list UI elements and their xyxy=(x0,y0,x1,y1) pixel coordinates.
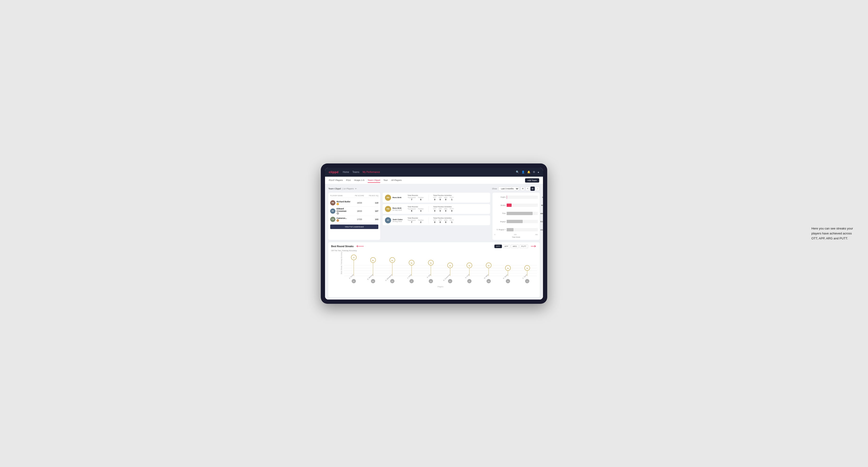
activities-group-3: Total Practice Activities OTT 0 APP 0 xyxy=(433,217,454,223)
practice-value-2: 4 xyxy=(418,210,423,212)
metric-tab-arg[interactable]: ARG xyxy=(511,245,519,248)
bar-row-eagles: Eagles3 xyxy=(494,195,538,200)
nav-teams[interactable]: Teams xyxy=(352,170,359,174)
detail-view-icon[interactable]: ▤ xyxy=(530,187,535,191)
subnav-pgat[interactable]: PGAT Players xyxy=(329,178,343,183)
player-info-3: CA Cameron... 3 xyxy=(330,217,352,222)
practice-value-3: 2 xyxy=(418,221,423,223)
svg-text:R. Butler: R. Butler xyxy=(503,274,508,279)
list-view-icon[interactable]: ≡ xyxy=(526,187,530,191)
svg-text:4x: 4x xyxy=(468,265,470,267)
player-name-1: Richard Butler xyxy=(337,200,350,203)
svg-text:JC: JC xyxy=(411,281,412,282)
putt-label-1: PUTT xyxy=(450,197,454,198)
svg-text:D. Ford: D. Ford xyxy=(465,274,470,279)
ott-stat-3: OTT 0 xyxy=(433,219,436,223)
svg-text:6x: 6x xyxy=(391,259,393,261)
activities-label-3: Total Practice Activities xyxy=(433,217,454,219)
activities-row-1: OTT 0 APP 0 ARG 0 xyxy=(433,197,454,201)
leaderboard-panel: PLAYER NAME PB SCORE PB AVG SQ RB Richar… xyxy=(328,193,380,240)
score-2: 18/20 xyxy=(352,210,367,212)
ott-value-1: 0 xyxy=(433,198,436,201)
putt-value-1: 1 xyxy=(450,198,454,201)
bell-icon[interactable]: 🔔 xyxy=(527,170,530,174)
player-count: | 14 Players xyxy=(342,187,354,190)
bar-value-label: 131 xyxy=(540,229,543,230)
subnav-hcaps[interactable]: Hcaps 1-5 xyxy=(354,178,364,183)
grid-view-icon[interactable]: ⊞ xyxy=(521,187,525,191)
activities-group-2: Total Practice Activities OTT 0 APP 0 xyxy=(433,206,454,212)
search-icon[interactable]: 🔍 xyxy=(516,170,519,174)
putt-value-3: 1 xyxy=(450,221,454,223)
avatar-2: EC xyxy=(330,209,335,214)
view-leaderboard-button[interactable]: View Full Leaderboard xyxy=(330,224,378,229)
bar-value-label: 499 xyxy=(540,213,543,214)
add-team-button[interactable]: Add Team xyxy=(525,178,539,183)
col-player: PLAYER NAME xyxy=(330,195,352,197)
activities-row-2: OTT 0 APP 0 ARG 0 xyxy=(433,208,454,212)
svg-text:CQ: CQ xyxy=(526,281,528,282)
subnav-team-clippd[interactable]: Team Clippd xyxy=(368,178,380,183)
bar-chart: Eagles3Birdies96Pars499Bogeys311D. Bogey… xyxy=(494,195,538,232)
bar-label: Pars xyxy=(494,213,506,214)
ott-label-1: OTT xyxy=(433,197,436,198)
score-1: 19/20 xyxy=(352,201,367,204)
card-stats-2: Total Rounds Tournament 8 Practice 4 xyxy=(408,206,454,212)
svg-text:RB: RB xyxy=(430,281,432,282)
avatar-icon[interactable]: ● xyxy=(537,171,539,174)
chart-x-200: 200 xyxy=(514,234,517,236)
activities-label-1: Total Practice Activities xyxy=(433,195,454,196)
bar-track: 3 xyxy=(507,195,538,199)
rounds-row-3: Tournament 7 Practice 2 xyxy=(408,219,424,223)
bar-value-label: 96 xyxy=(541,205,543,206)
team-name: Team Clippd xyxy=(328,187,341,190)
leaderboard-header: PLAYER NAME PB SCORE PB AVG SQ xyxy=(330,195,378,198)
avg-2: 107 xyxy=(367,210,378,212)
ott-label-2: OTT xyxy=(433,208,436,210)
player-badge-1: 1 xyxy=(337,203,350,205)
card-avatar-josh: JC xyxy=(385,217,391,223)
period-select[interactable]: Last 3 months xyxy=(498,187,519,191)
subnav-tour[interactable]: Tour xyxy=(383,178,388,183)
arg-value-2: 0 xyxy=(444,210,447,212)
activities-row-3: OTT 0 APP 0 ARG 0 xyxy=(433,219,454,223)
bar-fill xyxy=(507,228,514,231)
bar-track: 499 xyxy=(507,212,538,215)
practice-stat-3: Practice 2 xyxy=(418,219,423,223)
compact-view-icon[interactable]: ↕ xyxy=(535,187,540,191)
bar-fill xyxy=(507,204,512,207)
user-icon[interactable]: 👤 xyxy=(522,170,525,174)
team-controls: Show Last 3 months ⊞ ≡ ▤ ↕ xyxy=(492,187,540,191)
player-name-block-1: Richard Butler 1 xyxy=(337,200,350,205)
rounds-group-1: Total Rounds Tournament 7 Practice 6 xyxy=(408,195,424,201)
metric-tab-ott[interactable]: OTT xyxy=(494,245,502,248)
subnav-all-players[interactable]: All Players xyxy=(391,178,402,183)
chart-footer: 0 200 400 xyxy=(494,234,538,236)
arg-value-3: 0 xyxy=(444,221,447,223)
streaks-subtitle: Off The Tee, Fairway Accuracy xyxy=(331,250,537,252)
bar-fill xyxy=(507,220,523,223)
practice-label-1: Practice xyxy=(418,197,423,198)
metric-tab-putt[interactable]: PUTT xyxy=(519,245,528,248)
card-name-block-3: Josh Coles 26 Aug 2023 xyxy=(393,218,403,222)
card-avatar-rees2: RB xyxy=(385,206,391,212)
metric-tab-app[interactable]: APP xyxy=(503,245,510,248)
rounds-group-2: Total Rounds Tournament 8 Practice 4 xyxy=(408,206,424,212)
rounds-label-1: Total Rounds xyxy=(408,195,424,196)
nav-home[interactable]: Home xyxy=(343,170,349,174)
nav-my-performance[interactable]: My Performance xyxy=(363,170,380,174)
subnav-right: Add Team xyxy=(525,178,539,183)
svg-text:J. Coles: J. Coles xyxy=(407,274,412,279)
settings-icon[interactable]: ⚙ xyxy=(533,170,535,174)
card-date-3: 26 Aug 2023 xyxy=(393,220,403,222)
subnav-pga[interactable]: PGA xyxy=(346,178,351,183)
rounds-row-1: Tournament 7 Practice 6 xyxy=(408,197,424,201)
svg-text:3x: 3x xyxy=(507,268,509,269)
tournament-value-3: 7 xyxy=(408,221,415,223)
bar-value-label: 3 xyxy=(542,196,543,198)
svg-text:MM: MM xyxy=(488,281,490,282)
svg-text:EC: EC xyxy=(450,281,451,282)
edit-icon[interactable]: ✏ xyxy=(355,187,357,190)
app-stat-2: APP 0 xyxy=(439,208,442,212)
metric-tabs: OTT APP ARG PUTT xyxy=(494,245,537,248)
